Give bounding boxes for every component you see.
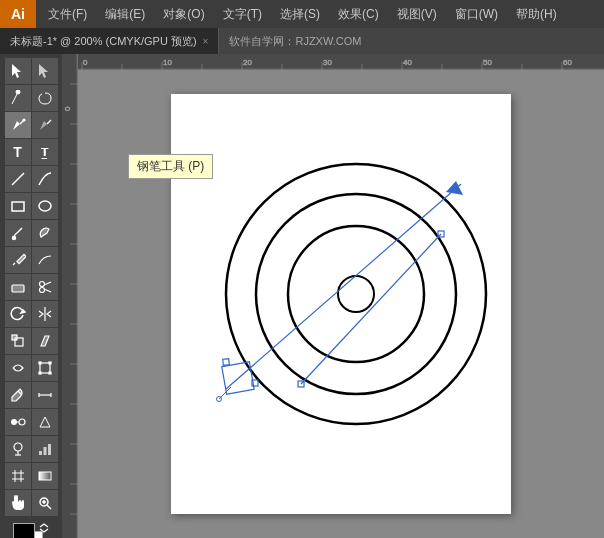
line-segment-tool[interactable]	[5, 166, 31, 192]
foreground-color-swatch[interactable]	[13, 523, 35, 538]
menu-text[interactable]: 文字(T)	[215, 2, 270, 27]
svg-line-7	[12, 173, 24, 185]
hand-tool[interactable]	[5, 490, 31, 516]
svg-point-15	[39, 288, 44, 293]
active-tab[interactable]: 未标题-1* @ 200% (CMYK/GPU 预览) ×	[0, 28, 219, 54]
selection-tool[interactable]	[5, 58, 31, 84]
vertical-type-tool[interactable]: T̲	[32, 139, 58, 165]
warp-tool[interactable]	[5, 355, 31, 381]
menu-edit[interactable]: 编辑(E)	[97, 2, 153, 27]
tool-row-9	[5, 274, 58, 300]
menu-object[interactable]: 对象(O)	[155, 2, 212, 27]
menu-effect[interactable]: 效果(C)	[330, 2, 387, 27]
menu-select[interactable]: 选择(S)	[272, 2, 328, 27]
smooth-tool[interactable]	[32, 247, 58, 273]
svg-text:60: 60	[563, 58, 572, 67]
svg-point-86	[256, 194, 456, 394]
tool-row-6	[5, 193, 58, 219]
app-logo: Ai	[0, 0, 36, 28]
reflect-tool[interactable]	[32, 301, 58, 327]
scale-tool[interactable]	[5, 328, 31, 354]
svg-line-89	[226, 184, 461, 389]
svg-text:20: 20	[243, 58, 252, 67]
svg-text:0: 0	[83, 58, 88, 67]
color-boxes	[13, 523, 49, 538]
svg-line-12	[13, 263, 15, 265]
eyedropper-tool[interactable]	[5, 382, 31, 408]
lasso-tool[interactable]	[32, 85, 58, 111]
paintbrush-tool[interactable]	[5, 220, 31, 246]
pencil-tool[interactable]	[5, 247, 31, 273]
svg-point-88	[338, 276, 374, 312]
auto-trace-tool[interactable]	[32, 409, 58, 435]
svg-rect-91	[223, 359, 230, 366]
tool-row-13	[5, 382, 58, 408]
svg-rect-21	[12, 335, 17, 340]
svg-text:50: 50	[483, 58, 492, 67]
svg-marker-1	[39, 64, 48, 78]
anchor-point-tool[interactable]	[32, 112, 58, 138]
main-layout: T T̲	[0, 54, 604, 538]
svg-rect-25	[49, 362, 51, 364]
shear-tool[interactable]	[32, 328, 58, 354]
column-graph-tool[interactable]	[32, 436, 58, 462]
svg-rect-27	[49, 372, 51, 374]
rectangle-tool[interactable]	[5, 193, 31, 219]
scissors-tool[interactable]	[32, 274, 58, 300]
tool-row-5	[5, 166, 58, 192]
svg-text:0: 0	[63, 106, 72, 111]
svg-line-45	[47, 505, 51, 509]
svg-point-35	[14, 443, 22, 451]
svg-marker-22	[41, 336, 49, 346]
tool-row-4: T T̲	[5, 139, 58, 165]
tool-row-12	[5, 355, 58, 381]
svg-point-85	[226, 164, 486, 424]
direct-selection-tool[interactable]	[32, 58, 58, 84]
tool-row-17	[5, 490, 58, 516]
canvas-surface	[78, 70, 604, 538]
svg-point-14	[39, 282, 44, 287]
tab-close-button[interactable]: ×	[203, 36, 209, 47]
menu-bar: Ai 文件(F) 编辑(E) 对象(O) 文字(T) 选择(S) 效果(C) 视…	[0, 0, 604, 28]
sponsor-label: 软件自学网：RJZXW.COM	[219, 34, 371, 49]
svg-rect-8	[12, 202, 24, 211]
menu-help[interactable]: 帮助(H)	[508, 2, 565, 27]
canvas-area: 0 10 20 30 40 50 60	[62, 54, 604, 538]
svg-point-9	[39, 201, 51, 211]
rotate-tool[interactable]	[5, 301, 31, 327]
gradient-tool[interactable]	[32, 463, 58, 489]
eraser-tool[interactable]	[5, 274, 31, 300]
blob-brush-tool[interactable]	[32, 220, 58, 246]
tool-row-8	[5, 247, 58, 273]
blend-tool[interactable]	[5, 409, 31, 435]
mesh-tool[interactable]	[5, 463, 31, 489]
art-board	[171, 94, 511, 514]
tool-row-1	[5, 58, 58, 84]
free-transform-tool[interactable]	[32, 355, 58, 381]
arc-tool[interactable]	[32, 166, 58, 192]
svg-point-5	[22, 119, 25, 122]
zoom-tool[interactable]	[32, 490, 58, 516]
svg-point-32	[11, 419, 17, 425]
svg-rect-13	[12, 285, 24, 292]
svg-marker-93	[446, 181, 463, 195]
tool-row-11	[5, 328, 58, 354]
svg-rect-36	[39, 451, 42, 455]
tab-label: 未标题-1* @ 200% (CMYK/GPU 预览)	[10, 34, 197, 49]
drawing-canvas	[171, 94, 511, 514]
symbol-sprayer-tool[interactable]	[5, 436, 31, 462]
pen-tool[interactable]	[5, 112, 31, 138]
svg-point-10	[12, 237, 15, 240]
svg-point-33	[19, 419, 25, 425]
ruler-left: 0	[62, 54, 78, 538]
type-tool[interactable]: T	[5, 139, 31, 165]
tool-row-7	[5, 220, 58, 246]
measure-tool[interactable]	[32, 382, 58, 408]
magic-wand-tool[interactable]	[5, 85, 31, 111]
menu-view[interactable]: 视图(V)	[389, 2, 445, 27]
svg-rect-26	[39, 372, 41, 374]
svg-rect-24	[39, 362, 41, 364]
menu-window[interactable]: 窗口(W)	[447, 2, 506, 27]
menu-file[interactable]: 文件(F)	[40, 2, 95, 27]
ellipse-tool[interactable]	[32, 193, 58, 219]
